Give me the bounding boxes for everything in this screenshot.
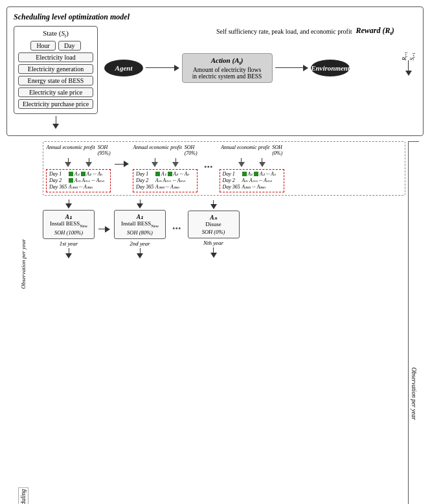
year2-plan-box: A₁ Install BESSNew SOH (80%) — [114, 210, 166, 239]
reward-label: Reward (Rt) — [356, 26, 394, 36]
yearN-label: Nth year — [203, 240, 223, 246]
action-text2: in electric system and BESS — [188, 73, 267, 80]
state-label: State (St) — [18, 29, 93, 39]
elec-gen-item: Electricity generation — [18, 64, 93, 74]
scheduling-section-label: Scheduling — [18, 487, 28, 504]
yearN-plan-soh: SOH (0%) — [192, 229, 235, 235]
year1-day1-row: Day 1 A₁ A₂ ··· Aₙ — [49, 171, 107, 177]
scheduling-dashed-row: Annual economic profit SOH(95%) — [43, 141, 405, 196]
state-to-agent-arrow — [52, 116, 59, 129]
year1-planning: A₁ Install BESSNew SOH (100%) 1st year — [43, 200, 95, 258]
year1-day365-row: Day 365 A₃₆₅ ··· A₃₆ₙ — [49, 184, 107, 190]
planning-dots: ··· — [170, 222, 184, 236]
elec-load-item: Electricity load — [18, 52, 93, 62]
action-label: Action (At) — [188, 56, 267, 66]
year1-plan-box: A₁ Install BESSNew SOH (100%) — [43, 210, 95, 239]
feedback-arrows-scheduling: Rt+1 St+1 — [401, 26, 416, 76]
yearN-scheduling-block: Annual economic profit SOH(0%) — [220, 144, 284, 192]
scheduling-box-title: Scheduling level optimization model — [14, 12, 416, 22]
left-section-labels: Observation per year Scheduling Planning — [6, 141, 40, 504]
year2-plan-down-arrow — [137, 200, 143, 209]
middle-dots: ··· — [201, 144, 216, 190]
year1-down-final — [65, 248, 72, 258]
year2-plan-action: A₁ — [119, 213, 161, 220]
year2-down-final — [137, 248, 143, 258]
year2-day-grid: Day 1 A₁ A₂ ··· Aₙ Day 2 Aₘ Aₘₛ — [133, 169, 198, 192]
year1-soh-header: Annual economic profit SOH(95%) — [46, 144, 110, 156]
year2-day1-row: Day 1 A₁ A₂ ··· Aₙ — [136, 171, 194, 177]
year2-planning: A₁ Install BESSNew SOH (80%) 2nd year — [114, 200, 166, 258]
yearN-day1-row: Day 1 A₁ A₂ ··· Aₙ — [223, 171, 281, 177]
year1-day-grid: Day 1 A₁ A₂ ··· Aₙ Day 2 Aₘ Aₘₛ — [46, 169, 111, 192]
yearN-plan-box: Aₙ Disuse SOH (0%) — [188, 211, 240, 238]
year2-label: 2nd year — [130, 240, 150, 247]
obs-per-year-right: Observation per year — [408, 141, 424, 504]
year2-scheduling-block: Annual economic profit SOH(70%) — [133, 144, 198, 192]
year2-plan-soh: SOH (80%) — [119, 229, 161, 236]
arrow-y1-y2 — [115, 144, 129, 183]
year1-arrows — [65, 158, 92, 167]
hour-day-row: Hour Day — [18, 41, 93, 51]
yearN-plan-down-arrow — [210, 200, 217, 209]
yearN-soh-header: Annual economic profit SOH(0%) — [221, 144, 282, 156]
year2-day2-row: Day 2 Aₘ Aₘₛ ··· Aₘₙ — [136, 178, 194, 183]
plan-arrow-1-2 — [98, 226, 110, 233]
yearN-day-grid: Day 1 A₁ A₂ ··· Aₙ Day 2 Aₘ Aₘₛ — [220, 169, 284, 192]
yearN-day2-row: Day 2 Aₘ Aₘₛ ··· Aₘₙ — [223, 178, 281, 183]
action-text1: Amount of electricity flows — [188, 67, 267, 73]
elec-purchase-item: Electricity purchase price — [18, 99, 93, 109]
year1-plan-text: Install BESSNew — [47, 220, 90, 228]
action-box-scheduling: Action (At) Amount of electricity flows … — [182, 53, 273, 82]
agent-ellipse: Agent — [104, 60, 143, 76]
yearN-day365-row: Day 365 A₃₆₅ ··· A₃₆ₙ — [223, 184, 281, 190]
hour-item: Hour — [30, 41, 56, 51]
year2-day365-row: Day 365 A₃₆₅ ··· A₃₆ₙ — [136, 184, 194, 190]
year2-arrows — [152, 158, 179, 167]
middle-section: Observation per year Scheduling Planning… — [6, 141, 424, 504]
yearN-plan-text: Disuse — [192, 221, 235, 227]
reward-text: Self sufficiency rate, peak load, and ec… — [104, 28, 352, 35]
yearN-arrows — [238, 158, 266, 167]
year1-plan-action: A₁ — [47, 213, 90, 220]
energy-bess-item: Energy state of BESS — [18, 76, 93, 86]
environment-ellipse-scheduling: Environment — [311, 60, 350, 76]
year2-soh-header: Annual economic profit SOH(70%) — [133, 144, 197, 156]
state-box-scheduling: State (St) Hour Day Electricity load Ele… — [14, 26, 98, 114]
scheduling-level-box: Scheduling level optimization model Stat… — [6, 6, 424, 136]
planning-row: A₁ Install BESSNew SOH (100%) 1st year — [43, 200, 405, 258]
year2-plan-text: Install BESSNew — [119, 220, 161, 228]
yearN-planning: Aₙ Disuse SOH (0%) Nth year — [188, 200, 240, 258]
day-item: Day — [58, 41, 81, 51]
obs-per-year-left: Observation per year — [20, 239, 27, 289]
year1-plan-soh: SOH (100%) — [47, 229, 90, 236]
year1-plan-down-arrow — [65, 200, 72, 209]
yearN-plan-action: Aₙ — [192, 214, 235, 221]
year1-scheduling-block: Annual economic profit SOH(95%) — [46, 144, 111, 192]
year1-day2-row: Day 2 Aₘ Aₘₛ ··· Aₘₙ — [49, 178, 107, 183]
year1-label: 1st year — [60, 240, 78, 247]
yearN-down-final — [210, 247, 217, 258]
elec-sale-item: Electricity sale price — [18, 87, 93, 97]
